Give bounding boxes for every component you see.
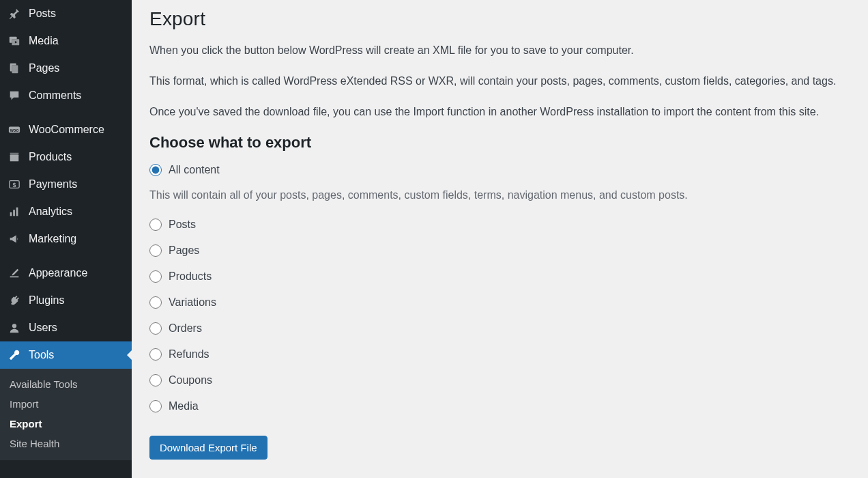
export-radio-all[interactable] (149, 164, 162, 176)
sidebar-item-posts[interactable]: Posts (0, 0, 132, 27)
export-radio-variations[interactable] (149, 296, 162, 309)
sidebar-item-marketing[interactable]: Marketing (0, 225, 132, 253)
sidebar-item-tools[interactable]: Tools (0, 341, 132, 369)
export-option-label[interactable]: All content (169, 164, 220, 176)
menu-gap (0, 253, 132, 259)
sidebar-item-comments[interactable]: Comments (0, 82, 132, 109)
sidebar-item-analytics[interactable]: Analytics (0, 198, 132, 225)
woocommerce-icon: woo (7, 123, 22, 137)
svg-point-16 (12, 324, 16, 328)
sidebar-item-pages[interactable]: Pages (0, 55, 132, 82)
sidebar-item-label: Media (29, 35, 59, 47)
export-option-label[interactable]: Orders (169, 322, 202, 335)
sidebar-item-label: Analytics (29, 206, 72, 218)
submenu-item-import[interactable]: Import (0, 394, 132, 414)
export-option-orders: Orders (149, 322, 854, 335)
media-icon (7, 34, 22, 48)
products-icon (7, 150, 22, 164)
intro-text: When you click the button below WordPres… (149, 42, 854, 120)
intro-p3: Once you've saved the download file, you… (149, 104, 854, 121)
svg-text:$: $ (12, 182, 16, 188)
export-radio-orders[interactable] (149, 322, 162, 335)
svg-rect-6 (12, 66, 18, 74)
export-radio-coupons[interactable] (149, 374, 162, 386)
svg-rect-9 (10, 154, 19, 161)
export-radio-products[interactable] (149, 270, 162, 283)
sidebar-item-label: Payments (29, 178, 77, 191)
comment-icon (7, 89, 22, 102)
submenu-item-site-health[interactable]: Site Health (0, 434, 132, 453)
svg-rect-15 (16, 208, 18, 216)
page-title: Export (149, 0, 854, 42)
sidebar-item-label: WooCommerce (29, 124, 104, 136)
users-icon (7, 321, 22, 335)
export-option-products: Products (149, 270, 854, 283)
export-option-label[interactable]: Coupons (169, 374, 212, 386)
sidebar-item-label: Plugins (29, 294, 64, 307)
marketing-icon (7, 232, 22, 246)
admin-sidebar: PostsMediaPagesCommentswooWooCommercePro… (0, 0, 132, 478)
sidebar-item-woocommerce[interactable]: wooWooCommerce (0, 116, 132, 143)
pages-icon (7, 61, 22, 75)
sidebar-item-payments[interactable]: $Payments (0, 171, 132, 198)
sidebar-item-products[interactable]: Products (0, 143, 132, 171)
export-option-label[interactable]: Products (169, 270, 212, 283)
payments-icon: $ (7, 178, 22, 191)
sidebar-item-label: Users (29, 322, 57, 334)
export-options: All contentThis will contain all of your… (149, 164, 854, 412)
svg-rect-13 (10, 212, 12, 216)
sidebar-item-label: Products (29, 151, 72, 163)
submenu-item-available-tools[interactable]: Available Tools (0, 374, 132, 394)
plugins-icon (7, 294, 22, 307)
svg-rect-10 (10, 153, 19, 155)
export-radio-posts[interactable] (149, 219, 162, 231)
export-option-posts: Posts (149, 219, 854, 231)
tools-submenu: Available ToolsImportExportSite Health (0, 369, 132, 460)
download-export-button[interactable]: Download Export File (149, 436, 267, 460)
export-option-variations: Variations (149, 296, 854, 309)
sidebar-item-label: Posts (29, 8, 56, 20)
intro-p2: This format, which is called WordPress e… (149, 73, 854, 90)
intro-p1: When you click the button below WordPres… (149, 42, 854, 59)
tools-icon (7, 348, 22, 362)
export-radio-refunds[interactable] (149, 348, 162, 361)
export-option-desc: This will contain all of your posts, pag… (149, 187, 854, 203)
submenu-item-export[interactable]: Export (0, 414, 132, 434)
sidebar-item-media[interactable]: Media (0, 27, 132, 55)
export-option-label[interactable]: Pages (169, 244, 199, 257)
analytics-icon (7, 205, 22, 219)
export-option-all: All content (149, 164, 854, 176)
export-option-label[interactable]: Posts (169, 219, 196, 231)
export-option-label[interactable]: Media (169, 400, 199, 412)
export-option-label[interactable]: Variations (169, 296, 216, 309)
sidebar-item-label: Tools (29, 349, 54, 361)
sidebar-item-plugins[interactable]: Plugins (0, 287, 132, 314)
sidebar-item-label: Appearance (29, 267, 87, 279)
sidebar-item-label: Marketing (29, 233, 76, 245)
menu-gap (0, 109, 132, 116)
export-radio-media[interactable] (149, 400, 162, 412)
pushpin-icon (7, 7, 22, 20)
export-radio-pages[interactable] (149, 244, 162, 257)
sidebar-item-users[interactable]: Users (0, 314, 132, 341)
export-option-coupons: Coupons (149, 374, 854, 386)
appearance-icon (7, 266, 22, 280)
section-heading: Choose what to export (149, 134, 854, 152)
export-option-label[interactable]: Refunds (169, 348, 209, 361)
svg-rect-14 (13, 210, 15, 216)
sidebar-item-appearance[interactable]: Appearance (0, 259, 132, 287)
sidebar-item-label: Pages (29, 62, 59, 74)
export-option-media: Media (149, 400, 854, 412)
sidebar-item-label: Comments (29, 89, 81, 102)
svg-text:woo: woo (10, 128, 19, 132)
main-content: Export When you click the button below W… (132, 0, 868, 478)
export-option-pages: Pages (149, 244, 854, 257)
export-option-refunds: Refunds (149, 348, 854, 361)
